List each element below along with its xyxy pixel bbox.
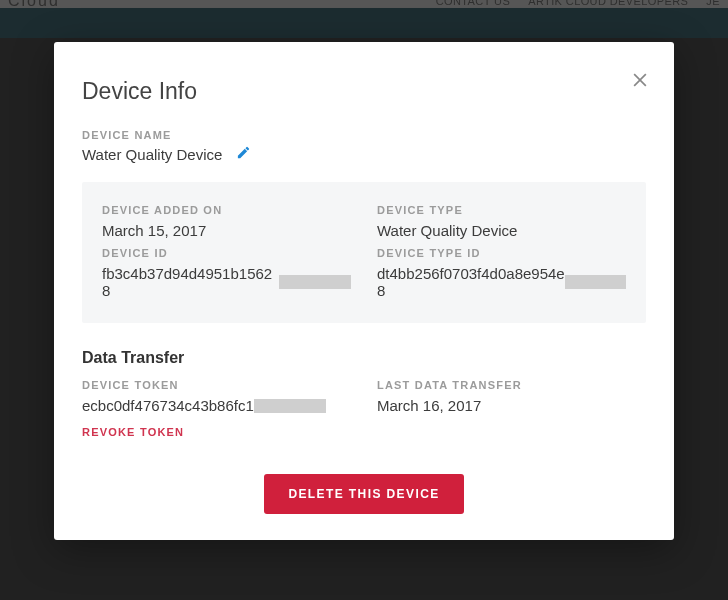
modal-title: Device Info (82, 78, 646, 105)
device-name-value: Water Quality Device (82, 146, 222, 163)
device-token-visible: ecbc0df476734c43b86fc1 (82, 397, 254, 414)
data-transfer-title: Data Transfer (82, 349, 646, 367)
close-icon (630, 76, 650, 93)
last-transfer-value: March 16, 2017 (377, 397, 646, 414)
device-info-panel: DEVICE ADDED ON March 15, 2017 DEVICE TY… (82, 182, 646, 323)
device-id-visible: fb3c4b37d94d4951b15628 (102, 265, 279, 299)
close-button[interactable] (630, 70, 650, 94)
device-type-id-redacted (565, 275, 626, 289)
edit-device-name-button[interactable] (236, 145, 251, 164)
last-transfer-label: LAST DATA TRANSFER (377, 379, 646, 391)
device-id-value: fb3c4b37d94d4951b15628 (102, 265, 351, 299)
device-info-modal: Device Info DEVICE NAME Water Quality De… (54, 42, 674, 540)
device-type-id-value: dt4bb256f0703f4d0a8e954e8 (377, 265, 626, 299)
device-name-label: DEVICE NAME (82, 129, 646, 141)
added-on-label: DEVICE ADDED ON (102, 204, 351, 216)
delete-device-button[interactable]: DELETE THIS DEVICE (264, 474, 463, 514)
device-token-value: ecbc0df476734c43b86fc1 (82, 397, 351, 414)
data-transfer-section: DEVICE TOKEN ecbc0df476734c43b86fc1 REVO… (82, 379, 646, 438)
device-type-id-label: DEVICE TYPE ID (377, 247, 626, 259)
device-id-redacted (279, 275, 351, 289)
pencil-icon (236, 145, 251, 164)
revoke-token-button[interactable]: REVOKE TOKEN (82, 426, 351, 438)
added-on-value: March 15, 2017 (102, 222, 351, 239)
device-type-id-visible: dt4bb256f0703f4d0a8e954e8 (377, 265, 565, 299)
device-id-label: DEVICE ID (102, 247, 351, 259)
device-token-redacted (254, 399, 326, 413)
device-type-label: DEVICE TYPE (377, 204, 626, 216)
device-token-label: DEVICE TOKEN (82, 379, 351, 391)
device-type-value: Water Quality Device (377, 222, 626, 239)
